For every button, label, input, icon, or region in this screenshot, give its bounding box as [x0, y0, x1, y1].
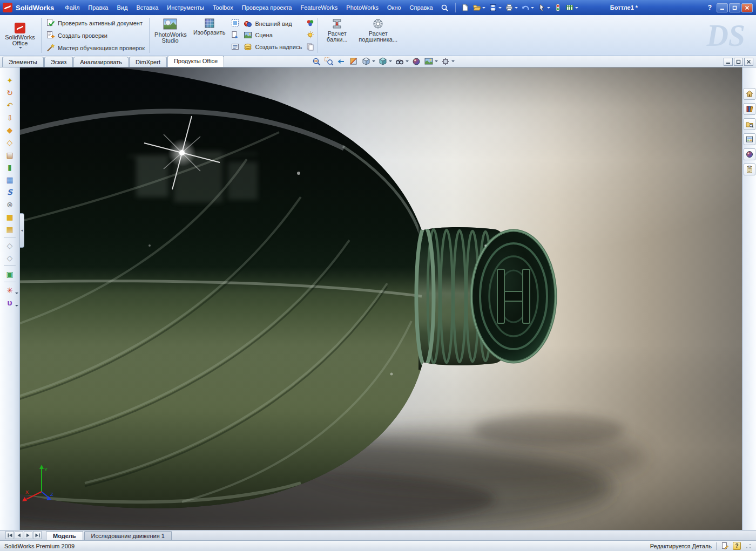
beam-calculation-button[interactable]: Расчет балки... — [321, 17, 353, 54]
scroll-next-icon[interactable] — [24, 531, 32, 539]
undo-icon[interactable] — [519, 1, 536, 14]
edit-board-tool-icon[interactable]: ▣ — [2, 268, 18, 280]
yellow-box-tool-icon[interactable]: ■ — [2, 210, 18, 223]
tab-features[interactable]: Элементы — [2, 57, 44, 67]
menu-window[interactable]: Окно — [383, 0, 406, 15]
quick-tips-help-button[interactable]: ? — [733, 542, 741, 550]
view-orientation-icon[interactable] — [361, 56, 376, 66]
solidworks-office-label: SolidWorks Office — [0, 35, 40, 46]
graphics-area[interactable]: Y X Z — [20, 67, 742, 530]
render-area-icon[interactable] — [231, 19, 239, 28]
appearances-scenes-icon[interactable] — [744, 148, 755, 160]
menu-insert[interactable]: Вставка — [132, 0, 163, 15]
appearance-spheres-icon — [244, 19, 252, 28]
green-block-tool-icon[interactable]: ▮ — [2, 161, 18, 173]
blue-grid-tool-icon[interactable]: ▦ — [2, 173, 18, 186]
build-checks-label: Создать проверки — [58, 32, 107, 39]
render-to-file-icon[interactable] — [231, 31, 239, 40]
menu-featureworks[interactable]: FeatureWorks — [296, 0, 342, 15]
arrow-down-tool-icon[interactable]: ⇩ — [2, 111, 18, 124]
section-view-icon[interactable] — [348, 56, 359, 66]
doc-minimize-button[interactable] — [724, 58, 733, 66]
zoom-to-area-icon[interactable] — [323, 56, 334, 66]
restore-button[interactable] — [729, 3, 740, 12]
panel-tool-icon[interactable]: ▤ — [2, 148, 18, 161]
select-pointer-icon[interactable] — [536, 1, 552, 14]
scroll-last-icon[interactable] — [33, 531, 42, 539]
print-icon[interactable] — [503, 1, 519, 14]
menu-file[interactable]: Файл — [60, 0, 84, 15]
illumination-icon[interactable] — [306, 31, 314, 40]
u-spline-menu-tool-icon[interactable]: υ — [2, 296, 18, 309]
bearing-calculation-button[interactable]: Расчет подшипника... — [357, 17, 399, 54]
copy-settings-icon[interactable] — [306, 43, 314, 52]
hide-show-items-icon[interactable] — [394, 56, 409, 66]
view-settings-icon[interactable] — [440, 56, 455, 66]
model-tab[interactable]: Модель — [46, 531, 83, 540]
render-viewport[interactable]: Y X Z — [20, 67, 742, 530]
photoworks-studio-button[interactable]: PhotoWorks Studio — [153, 17, 187, 54]
resize-grip[interactable] — [745, 543, 752, 549]
tab-office-products[interactable]: Продукты Office — [167, 56, 224, 67]
doc-close-button[interactable] — [744, 58, 753, 66]
tab-evaluate[interactable]: Анализировать — [73, 57, 129, 67]
learned-checks-wizard-button[interactable]: Мастер обучающихся проверок — [46, 43, 145, 53]
edit-appearance-icon[interactable] — [411, 56, 422, 66]
menu-help[interactable]: Справка — [406, 0, 437, 15]
doc-restore-button[interactable] — [734, 58, 743, 66]
search-icon[interactable] — [441, 4, 449, 12]
design-library-icon[interactable] — [744, 103, 755, 115]
check-active-document-button[interactable]: Проверить активный документ — [46, 18, 145, 29]
decal-button[interactable]: Создать надпись — [244, 42, 302, 52]
tab-dimxpert[interactable]: DimXpert — [129, 57, 167, 67]
scroll-previous-icon[interactable] — [15, 531, 23, 539]
diamond-filled-tool-icon[interactable]: ◆ — [2, 124, 18, 136]
scroll-first-icon[interactable] — [5, 531, 14, 539]
menu-photoworks[interactable]: PhotoWorks — [342, 0, 383, 15]
render-label: Изобразить — [193, 30, 225, 36]
solidworks-office-button[interactable]: SolidWorks Office — [0, 15, 40, 56]
spline-tool-icon[interactable]: S — [2, 186, 18, 198]
rebuild-icon[interactable] — [552, 1, 564, 14]
appearance-button[interactable]: Внешний вид — [244, 18, 302, 29]
menu-design-checker[interactable]: Проверка проекта — [238, 0, 296, 15]
custom-properties-icon[interactable] — [744, 164, 755, 175]
photoworks-options-icon[interactable] — [231, 43, 239, 52]
menu-view[interactable]: Вид — [113, 0, 132, 15]
open-document-icon[interactable] — [471, 1, 487, 14]
menu-tools[interactable]: Инструменты — [163, 0, 208, 15]
solidworks-office-icon — [14, 22, 26, 34]
rotate-tool-icon[interactable]: ↻ — [2, 86, 18, 99]
motion-study-tab[interactable]: Исследование движения 1 — [84, 531, 172, 540]
minimize-button[interactable] — [717, 3, 728, 12]
render-button[interactable]: Изобразить — [192, 17, 227, 54]
display-style-icon[interactable] — [377, 56, 393, 66]
file-explorer-icon[interactable] — [744, 118, 755, 130]
diamond-outline-tool-icon[interactable]: ◇ — [2, 136, 18, 148]
feature-manager-splitter[interactable]: ◂ — [20, 213, 24, 248]
menu-toolbox[interactable]: Toolbox — [208, 0, 238, 15]
sphere-x-tool-icon[interactable]: ⊗ — [2, 198, 18, 210]
scene-button[interactable]: Сцена — [244, 30, 302, 40]
design-table-icon[interactable] — [564, 1, 580, 14]
materials-balls-icon[interactable] — [306, 19, 314, 28]
apply-scene-icon[interactable] — [423, 56, 438, 66]
yellow-grid-tool-icon[interactable]: ▦ — [2, 223, 18, 235]
compass-tool-icon[interactable]: ✦ — [2, 74, 18, 86]
new-document-icon[interactable] — [459, 1, 471, 14]
view-palette-icon[interactable] — [744, 133, 755, 145]
undo-curve-tool-icon[interactable]: ↶ — [2, 99, 18, 111]
save-icon[interactable] — [487, 1, 503, 14]
zoom-to-fit-icon[interactable] — [311, 56, 322, 66]
gray-diamond-tool-a-icon[interactable]: ◇ — [2, 239, 18, 251]
group-separator — [318, 18, 318, 53]
help-button[interactable]: ? — [708, 4, 712, 11]
close-button[interactable] — [741, 3, 753, 12]
gray-diamond-tool-b-icon[interactable]: ◇ — [2, 251, 18, 264]
previous-view-icon[interactable] — [336, 56, 347, 66]
tab-sketch[interactable]: Эскиз — [44, 57, 73, 67]
asterisk-menu-tool-icon[interactable]: ✳ — [2, 284, 18, 296]
solidworks-resources-icon[interactable] — [744, 88, 755, 100]
menu-edit[interactable]: Правка — [84, 0, 112, 15]
build-checks-button[interactable]: Создать проверки — [46, 30, 145, 41]
